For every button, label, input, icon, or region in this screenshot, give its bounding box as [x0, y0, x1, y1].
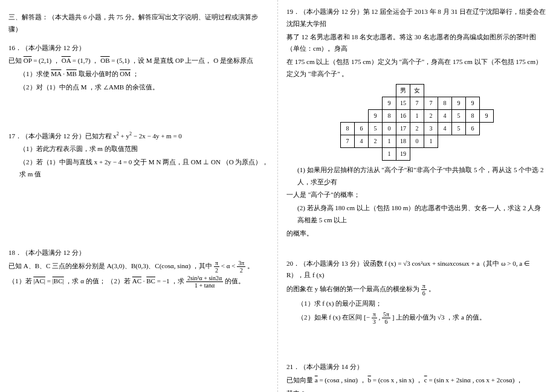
- vec-bc2: BC: [146, 277, 155, 284]
- q19-p2: (2) 若从身高 180 cm 以上（包括 180 m）的志愿者中选出男、女各一…: [286, 202, 548, 227]
- text: ·: [63, 70, 65, 77]
- text: 已知 A、B、C 三点的坐标分别是 A(3,0)、B(0,3)、C(cosα, …: [8, 262, 214, 269]
- vec-oa: OA: [62, 57, 71, 64]
- vec-c: c: [424, 376, 427, 384]
- q17-part1: （1）若此方程表示圆，求 m 的取值范围: [8, 143, 269, 155]
- vec-bc: |BC|: [53, 277, 64, 284]
- q19-p1b: 一人是 "高个子"的概率；: [286, 189, 548, 201]
- text: < α <: [221, 262, 237, 269]
- problem-17: 17．（本小题满分 12 分）已知方程 x2 + y2 − 2x − 4y + …: [8, 130, 269, 181]
- q16-part2: （2）对（1）中的点 M ，求 ∠AMB 的余弦值。: [8, 82, 269, 94]
- q19-l3: 在 175 cm 以上（包括 175 cm）定义为 "高个子"，身高在 175 …: [286, 56, 548, 80]
- text: = (1,7) ，: [73, 57, 99, 64]
- text: [−: [364, 313, 370, 321]
- text: =: [47, 277, 53, 284]
- text: 。: [247, 262, 254, 269]
- text: = (cos x , sin x) ，: [373, 376, 424, 384]
- q16-part1: （1）求使 MA · MB 取最小值时的 OM ；: [8, 68, 269, 80]
- problem-20: 20．（本小题满分 13 分）设函数 f (x) = √3 cos²ωx + s…: [286, 258, 548, 325]
- text: 上的最小值为 √3 ，求 a 的值。: [396, 313, 485, 321]
- problem-19: 19．（本小题满分 12 分）第 12 届全运会于 2013 年 8 月 31 …: [286, 6, 548, 240]
- left-column: 三、解答题：（本大题共 6 小题，共 75 分。解答应写出文字说明、证明过程或演…: [0, 0, 278, 392]
- text: 。: [428, 285, 435, 292]
- q20-part1: （1）求 f (x) 的最小正周期；: [286, 298, 548, 310]
- q18-line1: 已知 A、B、C 三点的坐标分别是 A(3,0)、B(0,3)、C(cosα, …: [8, 260, 269, 274]
- frac-pi6: π6: [421, 283, 427, 297]
- vec-a: a: [315, 376, 318, 384]
- text: = (2,1) ，: [33, 57, 60, 64]
- q21-l1: 已知向量 a = (cosα , sinα) ， b = (cos x , si…: [286, 374, 548, 387]
- th-male: 男: [396, 84, 410, 97]
- q20-head: 20．（本小题满分 13 分）设函数 f (x) = √3 cos²ωx + s…: [286, 258, 548, 282]
- frac-pi3: π3: [372, 311, 377, 325]
- vec-op: OP: [24, 57, 32, 64]
- text: ；: [132, 70, 139, 77]
- q19-p1: (1) 如果用分层抽样的方法从 "高个子"和"非高个子"中共抽取 5 个，再从这…: [286, 164, 548, 188]
- q18-head: 18．（本小题满分 12 分）: [8, 247, 269, 259]
- vec-mb: MB: [66, 70, 77, 77]
- text: = −1 ，求: [157, 277, 186, 284]
- q21-head: 21．（本小题满分 14 分）: [286, 361, 548, 373]
- stem-leaf-table: 男 女 91577899 9816124589 86501723456 7421…: [340, 84, 494, 161]
- text: （1）求使: [19, 70, 51, 77]
- section-title: 三、解答题：（本大题共 6 小题，共 75 分。解答应写出文字说明、证明过程或演…: [8, 11, 269, 36]
- q17-part2: （2）若（1）中圆与直线 x + 2y − 4 = 0 交于 M N 两点，且 …: [8, 156, 269, 181]
- right-column: 19．（本小题满分 12 分）第 12 届全运会于 2013 年 8 月 31 …: [278, 0, 556, 392]
- text: 取最小值时的: [79, 70, 120, 77]
- vec-b: b: [367, 376, 371, 384]
- text: （1）若: [8, 277, 33, 284]
- text: 17．（本小题满分 12 分）已知方程 x: [8, 132, 117, 139]
- q18-line2: （1）若 |AC| = |BC| ，求 α 的值； （2）若 AC · BC =…: [8, 275, 269, 289]
- frac-pi2: π2: [214, 260, 219, 274]
- text: 已知向量: [286, 376, 315, 384]
- text: ]: [392, 313, 395, 321]
- problem-18: 18．（本小题满分 12 分） 已知 A、B、C 三点的坐标分别是 A(3,0)…: [8, 247, 269, 289]
- vec-ob: OB: [100, 57, 109, 64]
- frac-expr: 2sin²α + sin2α1 + tanα: [186, 275, 223, 289]
- text: + y: [121, 132, 129, 139]
- frac-3pi2: 3π2: [237, 260, 245, 274]
- problem-21: 21．（本小题满分 14 分） 已知向量 a = (cosα , sinα) ，…: [286, 361, 548, 392]
- q19-l1: 19．（本小题满分 12 分）第 12 届全运会于 2013 年 8 月 31 …: [286, 6, 548, 30]
- q19-l2: 募了 12 名男志愿者和 18 名女志愿者。将这 30 名志愿者的身高编成如图所…: [286, 31, 548, 56]
- text: = (sin x + 2sinα , cos x + 2cosα) ，: [428, 376, 523, 384]
- q21-l2: 其中 0 < α < x < π。: [286, 388, 548, 392]
- text: 的值。: [225, 277, 245, 284]
- problem-16: 16．（本小题满分 12 分） 已知 OP = (2,1) ， OA = (1,…: [8, 42, 269, 94]
- text: = (cosα , sinα) ，: [319, 376, 367, 384]
- text: ，求 α 的值； （2）若: [65, 277, 132, 284]
- q16-head: 16．（本小题满分 12 分）: [8, 42, 269, 54]
- text: − 2x − 4y + m = 0: [134, 132, 182, 139]
- q20-l1: 的图象在 y 轴右侧的第一个最高点的横坐标为 π6 。: [286, 283, 548, 297]
- q16-line1: 已知 OP = (2,1) ， OA = (1,7) ， OB = (5,1) …: [8, 55, 269, 67]
- q19-p2b: 的概率。: [286, 228, 548, 240]
- vec-ac2: AC: [132, 277, 141, 284]
- text: （2）如果 f (x) 在区间: [297, 313, 364, 321]
- frac-5pi6: 5π6: [382, 311, 390, 325]
- th-female: 女: [410, 84, 424, 97]
- text: 已知: [8, 57, 24, 64]
- q20-part2: （2）如果 f (x) 在区间 [− π3 , 5π6 ] 上的最小值为 √3 …: [286, 311, 548, 325]
- vec-ac: |AC|: [33, 277, 45, 284]
- vec-ma: MA: [51, 70, 61, 77]
- q17-head: 17．（本小题满分 12 分）已知方程 x2 + y2 − 2x − 4y + …: [8, 130, 269, 142]
- text: ·: [143, 277, 145, 284]
- vec-om: OM: [120, 70, 131, 77]
- text: = (5,1) ，设 M 是直线 OP 上一点， O 是坐标原点: [111, 57, 253, 64]
- text: 的图象在 y 轴右侧的第一个最高点的横坐标为: [286, 285, 421, 292]
